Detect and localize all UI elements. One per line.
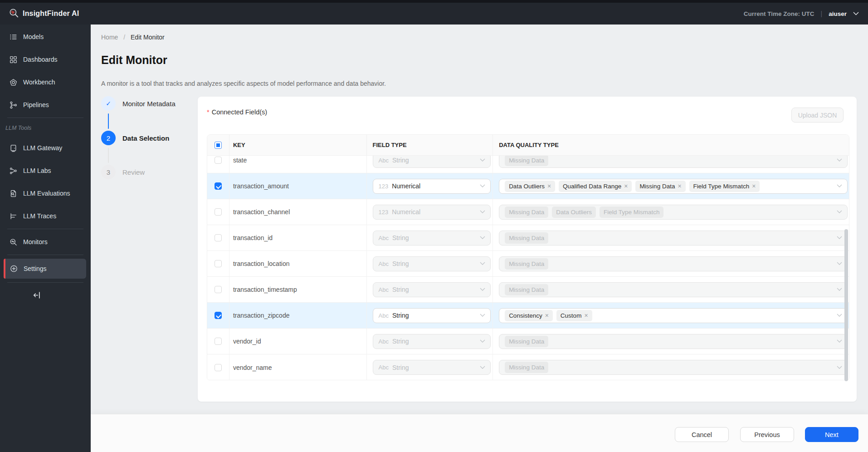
quality-tag-label: Data Outliers <box>556 209 592 216</box>
key-label: transaction_id <box>233 234 273 241</box>
step-label: Data Selection <box>122 131 169 145</box>
quality-tags: Missing Data <box>501 156 548 166</box>
page-title: Edit Monitor <box>101 54 167 67</box>
sidebar-item-settings[interactable]: Settings <box>4 259 86 279</box>
quality-cell: Missing Data <box>493 354 849 380</box>
top-bar: InsightFinder AI Current Time Zone: UTC … <box>0 0 868 25</box>
remove-tag-icon[interactable]: × <box>584 312 588 319</box>
row-checkbox[interactable] <box>215 208 222 216</box>
sidebar-divider <box>7 255 83 255</box>
row-checkbox-cell <box>207 303 229 328</box>
chevron-down-icon <box>480 314 485 317</box>
user-menu[interactable]: aiuser <box>829 10 847 17</box>
sidebar-item-llm-labs[interactable]: LLM Labs <box>0 159 91 182</box>
quality-tags: Missing Data <box>501 284 548 295</box>
row-checkbox[interactable] <box>215 286 222 293</box>
row-checkbox[interactable] <box>215 312 222 319</box>
data-quality-select[interactable]: Missing DataData OutliersField Type Mism… <box>499 205 848 220</box>
field-type-select[interactable]: Abc String <box>373 156 491 168</box>
quality-tag: Missing Data <box>505 258 548 270</box>
field-type-select[interactable]: Abc String <box>373 334 491 349</box>
field-type-prefix: Abc <box>379 157 389 164</box>
sidebar-item-monitors[interactable]: Monitors <box>0 231 91 253</box>
quality-tag: Missing Data <box>505 336 548 347</box>
data-quality-select[interactable]: Data Outliers×Qualified Data Range×Missi… <box>499 179 848 194</box>
remove-tag-icon[interactable]: × <box>545 312 549 319</box>
monitors-icon <box>10 238 17 246</box>
field-type-select[interactable]: 123 Numerical <box>373 205 491 220</box>
field-type-select[interactable]: Abc String <box>373 360 491 375</box>
quality-tag-label: Missing Data <box>509 157 544 164</box>
row-checkbox[interactable] <box>215 338 222 345</box>
key-cell: vendor_name <box>229 354 367 380</box>
sidebar-divider <box>7 229 83 229</box>
breadcrumb-current: Edit Monitor <box>131 34 165 41</box>
field-type-value: String <box>392 286 409 293</box>
field-type-select[interactable]: Abc String <box>373 256 491 271</box>
field-type-prefix: Abc <box>379 286 389 293</box>
sidebar-divider <box>7 118 83 118</box>
quality-cell: Missing Data <box>493 251 849 276</box>
upload-json-button[interactable]: Upload JSON <box>791 108 844 123</box>
sidebar-collapse-button[interactable] <box>0 285 73 307</box>
quality-tag-label: Missing Data <box>509 260 544 267</box>
quality-tag: Missing Data <box>505 232 548 244</box>
quality-tag: Missing Data <box>505 156 548 166</box>
sidebar-item-label: Monitors <box>23 238 48 246</box>
data-quality-select[interactable]: Missing Data <box>499 156 848 168</box>
select-all-checkbox[interactable] <box>215 142 222 149</box>
data-quality-select[interactable]: Missing Data <box>499 282 848 297</box>
cancel-button[interactable]: Cancel <box>675 427 729 442</box>
quality-tag: Data Outliers× <box>505 181 555 192</box>
collapse-icon <box>32 291 41 301</box>
sidebar-item-pipelines[interactable]: Pipelines <box>0 93 91 116</box>
sidebar-divider <box>7 282 83 283</box>
field-type-select[interactable]: Abc String <box>373 282 491 297</box>
row-checkbox[interactable] <box>215 364 222 371</box>
field-type-select[interactable]: Abc String <box>373 308 491 323</box>
table-scrollbar[interactable] <box>844 229 848 381</box>
remove-tag-icon[interactable]: × <box>547 182 551 190</box>
data-quality-select[interactable]: Consistency×Custom× <box>499 308 848 323</box>
chevron-down-icon[interactable] <box>853 12 859 15</box>
field-type-cell: 123 Numerical <box>367 199 493 225</box>
data-quality-select[interactable]: Missing Data <box>499 334 848 349</box>
data-quality-select[interactable]: Missing Data <box>499 360 848 375</box>
key-cell: vendor_id <box>229 329 367 354</box>
row-checkbox[interactable] <box>215 260 222 267</box>
breadcrumb-home-link[interactable]: Home <box>101 34 118 41</box>
sidebar-item-llm-evaluations[interactable]: LLM Evaluations <box>0 182 91 205</box>
timezone-label: Current Time Zone: UTC <box>744 10 814 17</box>
remove-tag-icon[interactable]: × <box>624 182 628 190</box>
data-quality-select[interactable]: Missing Data <box>499 231 848 246</box>
sidebar-item-dashboards[interactable]: Dashboards <box>0 48 91 71</box>
sidebar-item-workbench[interactable]: Workbench <box>0 71 91 93</box>
quality-tag-label: Missing Data <box>509 364 544 371</box>
next-button[interactable]: Next <box>805 427 858 442</box>
previous-button[interactable]: Previous <box>740 427 794 442</box>
table-row: transaction_id Abc String Missing Data <box>207 225 849 251</box>
page-description: A monitor is a tool that tracks and anal… <box>101 80 386 87</box>
sidebar-item-llm-gateway[interactable]: LLM Gateway <box>0 137 91 159</box>
remove-tag-icon[interactable]: × <box>678 182 681 190</box>
llm-traces-icon <box>10 212 17 220</box>
llm-gateway-icon <box>10 144 17 152</box>
data-quality-select[interactable]: Missing Data <box>499 256 848 271</box>
quality-cell: Missing DataData OutliersField Type Mism… <box>493 199 849 225</box>
key-cell: transaction_timestamp <box>229 277 367 302</box>
dashboards-icon <box>10 56 17 64</box>
sidebar-item-models[interactable]: Models <box>0 25 91 48</box>
table-row: state Abc String Missing Data <box>207 156 849 173</box>
quality-tags: Data Outliers×Qualified Data Range×Missi… <box>501 181 760 192</box>
sidebar-item-llm-traces[interactable]: LLM Traces <box>0 205 91 227</box>
row-checkbox[interactable] <box>215 182 222 190</box>
remove-tag-icon[interactable]: × <box>752 182 756 190</box>
sidebar-item-label: Dashboards <box>23 56 58 63</box>
field-type-select[interactable]: Abc String <box>373 231 491 246</box>
field-type-select[interactable]: 123 Numerical <box>373 179 491 194</box>
quality-tags: Missing Data <box>501 258 548 270</box>
row-checkbox[interactable] <box>215 234 222 241</box>
chevron-down-icon <box>837 262 842 265</box>
row-checkbox[interactable] <box>215 157 222 164</box>
chevron-down-icon <box>837 366 842 369</box>
